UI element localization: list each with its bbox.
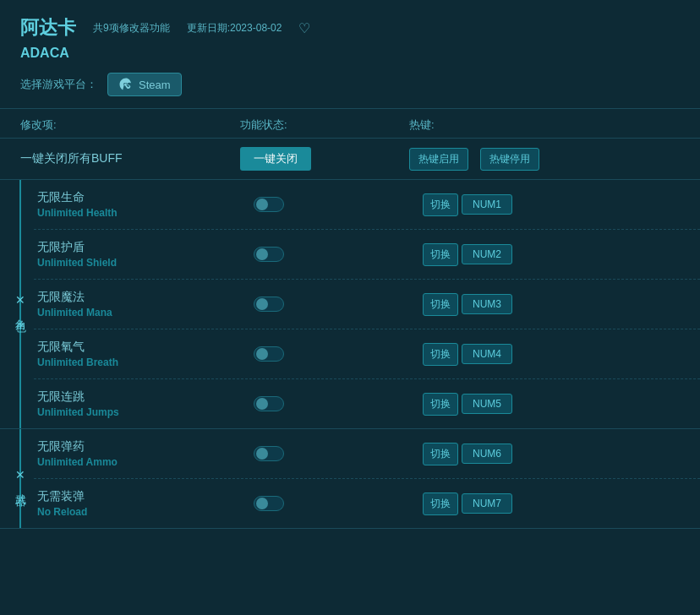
toggle-knob xyxy=(256,248,268,260)
mod-name-col: 无限护盾 Unlimited Shield xyxy=(34,240,254,269)
mod-hotkey-col: 切换 NUM2 xyxy=(423,243,680,266)
mod-name-cn: 无需装弹 xyxy=(37,489,254,504)
platform-label: 选择游戏平台： xyxy=(20,77,97,92)
mod-name-cn: 无限弹药 xyxy=(37,439,254,454)
character-sidebar: ✕ 角色 xyxy=(7,180,34,428)
character-sidebar-label: ✕ 角色 xyxy=(13,293,28,315)
column-headers: 修改项: 功能状态: 热键: xyxy=(0,109,700,139)
hotkey-switch-button[interactable]: 切换 xyxy=(423,243,458,266)
mod-item: 无限连跳 Unlimited Jumps 切换 NUM5 xyxy=(34,379,700,428)
mod-toggle-col xyxy=(254,197,423,212)
weapon-items: 无限弹药 Unlimited Ammo 切换 NUM6 无需装弹 No Relo… xyxy=(34,429,700,528)
mod-name-en: No Reload xyxy=(37,506,254,518)
mod-hotkey-col: 切换 NUM6 xyxy=(423,443,680,465)
mod-hotkey-col: 切换 NUM5 xyxy=(423,393,680,416)
mod-name-cn: 无限氧气 xyxy=(37,340,254,355)
toggle-knob xyxy=(256,199,268,210)
mod-name-cn: 无限魔法 xyxy=(37,290,254,305)
mod-item: 无限护盾 Unlimited Shield 切换 NUM2 xyxy=(34,230,700,280)
character-items: 无限生命 Unlimited Health 切换 NUM1 无限护盾 Unlim… xyxy=(34,180,700,428)
mod-name-cn: 无限护盾 xyxy=(37,240,254,255)
hotkey-switch-button[interactable]: 切换 xyxy=(423,343,458,366)
game-title-cn: 阿达卡 xyxy=(20,15,76,41)
hotkey-switch-button[interactable]: 切换 xyxy=(423,193,458,216)
mod-toggle-col xyxy=(254,297,423,312)
update-date: 更新日期:2023-08-02 xyxy=(187,21,282,35)
hotkey-key-button[interactable]: NUM2 xyxy=(462,244,512,264)
mod-toggle-switch[interactable] xyxy=(254,496,284,511)
mod-name-col: 无限生命 Unlimited Health xyxy=(34,190,254,219)
col-header-hotkey: 热键: xyxy=(409,117,680,133)
mod-hotkey-col: 切换 NUM7 xyxy=(423,493,680,515)
hotkey-key-button[interactable]: NUM1 xyxy=(462,194,512,215)
steam-platform-button[interactable]: Steam xyxy=(107,73,182,96)
mod-name-col: 无需装弹 No Reload xyxy=(34,489,254,518)
mod-toggle-switch[interactable] xyxy=(254,297,284,312)
character-pin-icon: ✕ xyxy=(15,293,25,307)
mod-name-col: 无限弹药 Unlimited Ammo xyxy=(34,439,254,468)
character-section-label: 角色 xyxy=(13,310,28,315)
steam-label: Steam xyxy=(139,79,171,91)
one-key-row: 一键关闭所有BUFF 一键关闭 热键启用 热键停用 xyxy=(0,139,700,180)
mod-hotkey-col: 切换 NUM3 xyxy=(423,293,680,316)
toggle-knob xyxy=(256,298,268,310)
hotkey-key-button[interactable]: NUM5 xyxy=(462,394,512,414)
weapon-section: ✕ 武器 无限弹药 Unlimited Ammo 切换 NUM6 无需装弹 xyxy=(0,429,700,529)
col-header-name: 修改项: xyxy=(20,117,240,133)
mod-toggle-switch[interactable] xyxy=(254,197,284,212)
mod-toggle-switch[interactable] xyxy=(254,346,284,362)
mod-item: 无限魔法 Unlimited Mana 切换 NUM3 xyxy=(34,280,700,329)
toggle-knob xyxy=(256,498,268,509)
weapon-sidebar: ✕ 武器 xyxy=(7,429,34,528)
mod-name-en: Unlimited Health xyxy=(37,207,254,219)
character-section: ✕ 角色 无限生命 Unlimited Health 切换 NUM1 无限 xyxy=(0,180,700,429)
weapon-sidebar-label: ✕ 武器 xyxy=(13,468,28,490)
mod-item: 无限氧气 Unlimited Breath 切换 NUM4 xyxy=(34,329,700,379)
mod-item: 无限弹药 Unlimited Ammo 切换 NUM6 xyxy=(34,429,700,479)
hotkey-key-button[interactable]: NUM7 xyxy=(462,493,512,514)
mod-toggle-switch[interactable] xyxy=(254,446,284,461)
mod-toggle-col xyxy=(254,247,423,262)
header: 阿达卡 共9项修改器功能 更新日期:2023-08-02 ♡ ADACA 选择游… xyxy=(0,0,700,109)
mod-toggle-switch[interactable] xyxy=(254,247,284,262)
heart-icon[interactable]: ♡ xyxy=(298,20,310,36)
game-title-en: ADACA xyxy=(20,46,680,61)
mod-item: 无需装弹 No Reload 切换 NUM7 xyxy=(34,479,700,528)
hotkey-key-button[interactable]: NUM6 xyxy=(462,444,512,464)
mod-name-cn: 无限连跳 xyxy=(37,389,254,405)
app-container: 阿达卡 共9项修改器功能 更新日期:2023-08-02 ♡ ADACA 选择游… xyxy=(0,0,700,529)
mod-name-en: Unlimited Shield xyxy=(37,257,254,269)
hotkey-key-button[interactable]: NUM4 xyxy=(462,344,512,364)
steam-icon xyxy=(118,77,134,92)
toggle-knob xyxy=(256,348,268,360)
weapon-pin-icon: ✕ xyxy=(15,468,25,482)
mod-toggle-col xyxy=(254,346,423,362)
mod-toggle-col xyxy=(254,446,423,461)
mod-name-en: Unlimited Mana xyxy=(37,307,254,318)
mod-name-col: 无限氧气 Unlimited Breath xyxy=(34,340,254,368)
weapon-section-label: 武器 xyxy=(13,485,28,490)
mod-name-col: 无限连跳 Unlimited Jumps xyxy=(34,389,254,418)
mod-toggle-switch[interactable] xyxy=(254,396,284,411)
mod-name-en: Unlimited Breath xyxy=(37,356,254,368)
mod-toggle-col xyxy=(254,396,423,411)
hotkey-switch-button[interactable]: 切换 xyxy=(423,293,458,316)
mod-item: 无限生命 Unlimited Health 切换 NUM1 xyxy=(34,180,700,230)
hotkey-switch-button[interactable]: 切换 xyxy=(423,443,458,465)
meta-count: 共9项修改器功能 xyxy=(93,21,170,35)
mod-toggle-col xyxy=(254,496,423,511)
mod-hotkey-col: 切换 NUM1 xyxy=(423,193,680,216)
mod-name-en: Unlimited Jumps xyxy=(37,406,254,418)
hotkey-switch-button[interactable]: 切换 xyxy=(423,393,458,416)
one-key-close-button[interactable]: 一键关闭 xyxy=(240,147,311,171)
hotkey-key-button[interactable]: NUM3 xyxy=(462,294,512,314)
toggle-knob xyxy=(256,448,268,460)
hotkey-switch-button[interactable]: 切换 xyxy=(423,493,458,515)
hotkey-disable-button[interactable]: 热键停用 xyxy=(480,148,539,171)
mod-hotkey-col: 切换 NUM4 xyxy=(423,343,680,366)
mod-name-cn: 无限生命 xyxy=(37,190,254,205)
mod-name-en: Unlimited Ammo xyxy=(37,456,254,468)
col-header-status: 功能状态: xyxy=(240,117,409,133)
one-key-name: 一键关闭所有BUFF xyxy=(20,151,240,166)
hotkey-enable-button[interactable]: 热键启用 xyxy=(409,148,468,171)
